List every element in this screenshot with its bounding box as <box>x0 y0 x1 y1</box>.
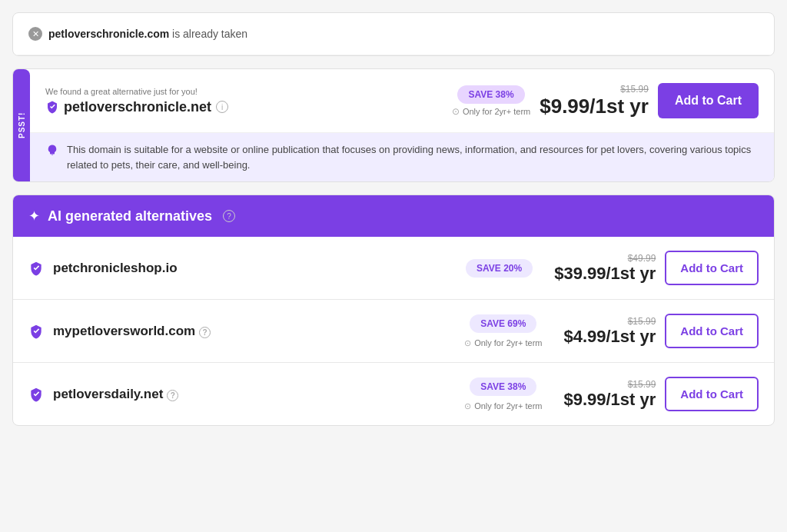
featured-domain-left: We found a great alternative just for yo… <box>45 87 443 115</box>
ai-domain-row: petloversdaily.net? SAVE 38% ⊙Only for 2… <box>13 363 774 425</box>
ai-header-title: AI generated alternatives <box>48 208 212 224</box>
ai-price-area: $49.99 $39.99/1st yr <box>554 253 656 284</box>
ai-original-price: $15.99 <box>563 316 656 327</box>
shield-icon <box>28 261 44 276</box>
featured-card: PSST! We found a great alternative just … <box>12 68 775 182</box>
featured-domain-row: We found a great alternative just for yo… <box>30 69 774 133</box>
featured-original-price: $15.99 <box>540 84 649 95</box>
ai-save-badge: SAVE 20% <box>466 259 533 278</box>
taken-domain: petloverschronicle.com <box>48 28 169 40</box>
ai-rows-container: petchronicleshop.io SAVE 20% $49.99 $39.… <box>13 237 774 425</box>
ai-term-note: ⊙Only for 2yr+ term <box>464 338 542 348</box>
shield-icon <box>45 100 59 114</box>
ai-price: $39.99/1st yr <box>554 264 656 284</box>
featured-price-area: $15.99 $9.99/1st yr <box>540 84 649 118</box>
ai-save-price-group: SAVE 20% <box>466 259 533 278</box>
ai-term-text: Only for 2yr+ term <box>474 401 542 411</box>
ai-price-area: $15.99 $9.99/1st yr <box>563 379 656 410</box>
ai-add-to-cart-button[interactable]: Add to Cart <box>665 251 759 285</box>
featured-domain-name: petloverschronicle.net <box>64 99 211 115</box>
ai-term-note: ⊙Only for 2yr+ term <box>464 401 542 411</box>
ai-term-text: Only for 2yr+ term <box>474 338 542 347</box>
ai-save-price-group: SAVE 69% ⊙Only for 2yr+ term <box>464 314 542 348</box>
ai-add-to-cart-button[interactable]: Add to Cart <box>665 314 759 348</box>
taken-row: ✕ petloverschronicle.com is already take… <box>13 13 774 55</box>
ai-save-badge: SAVE 38% <box>470 377 536 396</box>
ai-price: $9.99/1st yr <box>563 390 656 410</box>
psst-tab: PSST! <box>13 69 30 181</box>
ai-domain-row: mypetloversworld.com? SAVE 69% ⊙Only for… <box>13 300 774 363</box>
featured-info-icon[interactable]: i <box>216 101 228 113</box>
taken-icon: ✕ <box>28 27 42 41</box>
ai-original-price: $15.99 <box>563 379 656 390</box>
ai-domain-name: petchronicleshop.io <box>53 261 178 276</box>
shield-icon <box>28 324 44 339</box>
taken-card: ✕ petloverschronicle.com is already take… <box>12 12 775 56</box>
ai-add-to-cart-button[interactable]: Add to Cart <box>665 377 759 411</box>
ai-save-badge: SAVE 69% <box>470 314 536 333</box>
ai-header-info-icon[interactable]: ? <box>223 210 235 222</box>
ai-domain-name: petloversdaily.net? <box>53 387 178 402</box>
featured-info-text: This domain is suitable for a website or… <box>67 142 759 172</box>
ai-price: $4.99/1st yr <box>563 327 656 347</box>
info-lightbulb-icon <box>45 144 59 161</box>
featured-info-box: This domain is suitable for a website or… <box>30 133 774 181</box>
featured-subtitle: We found a great alternative just for yo… <box>45 87 443 96</box>
taken-text: petloverschronicle.com is already taken <box>48 28 247 40</box>
taken-status: is already taken <box>172 28 247 40</box>
ai-domain-row: petchronicleshop.io SAVE 20% $49.99 $39.… <box>13 237 774 300</box>
ai-original-price: $49.99 <box>554 253 656 264</box>
featured-add-to-cart-button[interactable]: Add to Cart <box>658 83 759 118</box>
featured-save-group: SAVE 38% ⊙ Only for 2yr+ term <box>452 85 530 117</box>
ai-save-price-group: SAVE 38% ⊙Only for 2yr+ term <box>464 377 542 411</box>
ai-price-area: $15.99 $4.99/1st yr <box>563 316 656 347</box>
featured-price: $9.99/1st yr <box>540 95 649 118</box>
featured-term-note: ⊙ Only for 2yr+ term <box>452 106 530 117</box>
ai-info-icon[interactable]: ? <box>199 327 211 338</box>
ai-sparkle-icon: ✦ <box>28 208 40 224</box>
ai-section: ✦ AI generated alternatives ? petchronic… <box>12 195 775 426</box>
featured-term-text: Only for 2yr+ term <box>463 107 530 116</box>
featured-save-badge: SAVE 38% <box>457 85 524 104</box>
shield-icon <box>28 387 44 402</box>
ai-header: ✦ AI generated alternatives ? <box>13 195 774 237</box>
ai-info-icon[interactable]: ? <box>167 390 178 401</box>
featured-name-row: petloverschronicle.net i <box>45 99 443 115</box>
ai-domain-name: mypetloversworld.com? <box>53 324 211 339</box>
